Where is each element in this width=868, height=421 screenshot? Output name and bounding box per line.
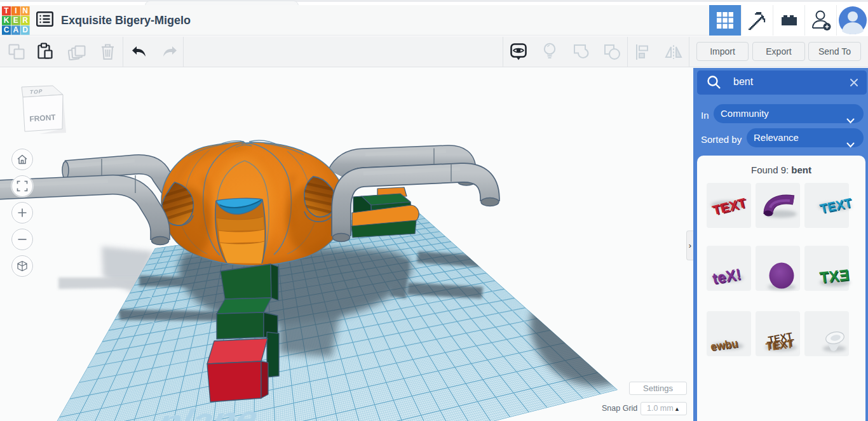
svg-text:I: I [15, 6, 17, 15]
svg-text:TOP: TOP [29, 88, 43, 95]
svg-text:D: D [22, 25, 28, 34]
svg-text:T: T [4, 6, 9, 15]
svg-text:N: N [22, 6, 28, 15]
svg-text:FRONT: FRONT [29, 113, 57, 124]
svg-text:A: A [13, 25, 18, 34]
svg-text:E: E [13, 16, 18, 25]
svg-text:C: C [4, 25, 10, 34]
svg-text:R: R [22, 16, 28, 25]
svg-text:TXƎ: TXƎ [818, 266, 850, 286]
svg-text:K: K [4, 16, 10, 25]
